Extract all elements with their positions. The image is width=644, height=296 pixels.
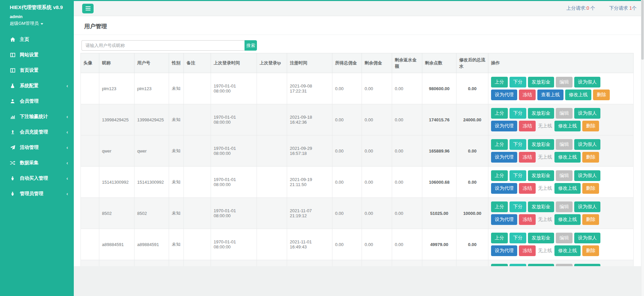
account-cell: a89884591 <box>135 229 169 260</box>
deduct-points-button[interactable]: 下分 <box>509 139 526 150</box>
set-agent-button[interactable]: 设为代理 <box>491 152 517 163</box>
remark-cell <box>184 229 211 260</box>
sidebar-item-home[interactable]: 主页 <box>0 32 74 47</box>
set-agent-button[interactable]: 设为代理 <box>491 183 517 194</box>
grant-bonus-button[interactable]: 发放彩金 <box>528 77 554 87</box>
flask-icon <box>10 83 15 88</box>
sidebar-item-label: 会员充提管理 <box>20 129 48 135</box>
set-fake-user-button[interactable]: 设为假人 <box>574 170 600 181</box>
site-window-icon <box>10 52 15 58</box>
deduct-points-button[interactable]: 下分 <box>509 108 526 119</box>
grant-bonus-button[interactable]: 发放彩金 <box>528 264 554 266</box>
page-window-icon <box>10 68 15 73</box>
search-button[interactable]: 搜索 <box>245 40 257 51</box>
sidebar-item-homepage-settings[interactable]: 首页设置 <box>0 63 74 78</box>
edit-button[interactable]: 编辑 <box>556 170 573 181</box>
up-score-request-link[interactable]: 上分请求:0 个 <box>567 5 595 11</box>
set-fake-user-button[interactable]: 设为假人 <box>574 77 600 87</box>
set-fake-user-button[interactable]: 设为假人 <box>574 233 600 243</box>
delete-button[interactable]: 删除 <box>582 245 599 256</box>
add-points-button[interactable]: 上分 <box>491 170 508 181</box>
modify-upline-button[interactable]: 修改上线 <box>554 245 581 256</box>
sidebar-item-bet-stats[interactable]: 下注输赢统计‹ <box>0 109 74 124</box>
edit-button[interactable]: 编辑 <box>556 233 573 243</box>
set-agent-button[interactable]: 设为代理 <box>491 90 517 100</box>
down-score-request-link[interactable]: 下分请求 1个 <box>609 5 637 11</box>
sidebar-item-member-management[interactable]: 会员管理 <box>0 94 74 109</box>
deduct-points-button[interactable]: 下分 <box>509 233 526 243</box>
set-fake-user-button[interactable]: 设为假人 <box>574 201 600 212</box>
edit-button[interactable]: 编辑 <box>556 77 573 87</box>
set-fake-user-button[interactable]: 设为假人 <box>574 108 600 119</box>
sidebar-toggle-button[interactable] <box>82 4 94 13</box>
deduct-points-button[interactable]: 下分 <box>509 201 526 212</box>
sidebar-item-system-config[interactable]: 系统配置‹ <box>0 78 74 94</box>
edit-button[interactable]: 编辑 <box>556 264 573 266</box>
set-fake-user-button[interactable]: 设为假人 <box>574 264 600 266</box>
freeze-button[interactable]: 冻结 <box>519 245 536 256</box>
remain-rebate-cell <box>392 260 422 267</box>
add-points-button[interactable]: 上分 <box>491 108 508 119</box>
grant-bonus-button[interactable]: 发放彩金 <box>528 139 554 150</box>
no-upline-text: 无上线 <box>537 183 553 193</box>
last-login-time-cell: 1970-01-01 08:00:00 <box>211 229 257 260</box>
freeze-button[interactable]: 冻结 <box>519 121 536 131</box>
scrollbar-track[interactable] <box>641 0 644 296</box>
points-cell: 165889.96 <box>422 135 457 167</box>
add-points-button[interactable]: 上分 <box>491 264 508 266</box>
total-commission-cell: 0.00 <box>332 167 362 198</box>
grant-bonus-button[interactable]: 发放彩金 <box>528 108 554 119</box>
deduct-points-button[interactable]: 下分 <box>509 264 526 266</box>
delete-button[interactable]: 删除 <box>582 152 599 163</box>
sidebar-item-activity[interactable]: 活动管理‹ <box>0 140 74 155</box>
total-commission-cell: 0.00 <box>332 229 362 260</box>
sidebar-item-recharge-withdraw[interactable]: 会员充提管理‹ <box>0 124 74 140</box>
deduct-points-button[interactable]: 下分 <box>509 170 526 181</box>
set-fake-user-button[interactable]: 设为假人 <box>574 139 600 150</box>
set-agent-button[interactable]: 设为代理 <box>491 214 517 225</box>
account-cell <box>135 260 169 267</box>
logged-in-user: admin <box>10 14 74 19</box>
sidebar-nav: 主页网站设置首页设置系统配置‹会员管理下注输赢统计‹会员充提管理‹活动管理‹数据… <box>0 32 74 201</box>
delete-button[interactable]: 删除 <box>582 121 599 131</box>
sidebar-item-data-collection[interactable]: 数据采集‹ <box>0 155 74 171</box>
sidebar-item-auto-buy[interactable]: 自动买入管理‹ <box>0 171 74 186</box>
set-agent-button[interactable]: 设为代理 <box>491 245 517 256</box>
no-upline-text: 无上线 <box>537 121 553 131</box>
freeze-button[interactable]: 冻结 <box>519 90 536 100</box>
grant-bonus-button[interactable]: 发放彩金 <box>528 233 554 243</box>
user-role-dropdown[interactable]: 超级GM管理员 <box>10 20 74 26</box>
modify-upline-button[interactable]: 修改上线 <box>554 183 581 194</box>
edit-button[interactable]: 编辑 <box>556 108 573 119</box>
chevron-left-icon: ‹ <box>66 160 68 166</box>
edit-button[interactable]: 编辑 <box>556 139 573 150</box>
chevron-left-icon: ‹ <box>66 83 68 88</box>
delete-button[interactable]: 删除 <box>582 183 599 194</box>
deduct-points-button[interactable]: 下分 <box>509 77 526 87</box>
freeze-button[interactable]: 冻结 <box>519 214 536 225</box>
grant-bonus-button[interactable]: 发放彩金 <box>528 170 554 181</box>
sidebar-item-site-settings[interactable]: 网站设置 <box>0 47 74 63</box>
add-points-button[interactable]: 上分 <box>491 77 508 87</box>
scrollbar-thumb[interactable] <box>641 0 644 60</box>
add-points-button[interactable]: 上分 <box>491 233 508 243</box>
sidebar-item-admin-management[interactable]: 管理员管理‹ <box>0 186 74 201</box>
view-upline-button[interactable]: 查看上线 <box>537 90 564 100</box>
delete-button[interactable]: 删除 <box>582 214 599 225</box>
edit-button[interactable]: 编辑 <box>556 201 573 212</box>
modify-upline-button[interactable]: 修改上线 <box>554 214 581 225</box>
freeze-button[interactable]: 冻结 <box>519 183 536 194</box>
grant-bonus-button[interactable]: 发放彩金 <box>528 201 554 212</box>
modify-upline-button[interactable]: 修改上线 <box>554 121 581 131</box>
search-input[interactable] <box>82 40 245 51</box>
set-agent-button[interactable]: 设为代理 <box>491 121 517 131</box>
modify-upline-button[interactable]: 修改上线 <box>554 152 581 163</box>
nickname-cell: 13998429425 <box>99 104 135 135</box>
freeze-button[interactable]: 冻结 <box>519 152 536 163</box>
remain-rebate-cell: 0.00 <box>392 135 422 167</box>
delete-button[interactable]: 删除 <box>593 90 610 100</box>
last-login-time-cell <box>211 260 257 267</box>
add-points-button[interactable]: 上分 <box>491 139 508 150</box>
add-points-button[interactable]: 上分 <box>491 201 508 212</box>
modify-upline-button[interactable]: 修改上线 <box>565 90 591 100</box>
